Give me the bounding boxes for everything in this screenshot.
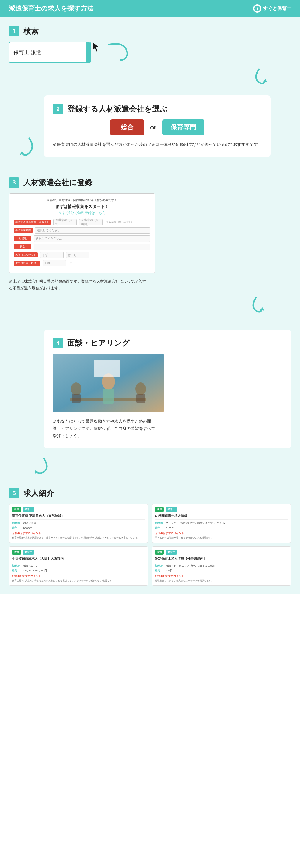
main-content: 1 検索 検索 xyxy=(0,17,300,594)
field-lname: はこじ xyxy=(66,252,89,258)
field-label-5: 名前（ふりがな） xyxy=(14,252,38,257)
field-birth-year: 1980 xyxy=(43,260,66,267)
step4-badge: 4 xyxy=(53,338,63,348)
interview-photo xyxy=(53,354,164,412)
svg-marker-2 xyxy=(93,42,99,52)
step1-header: 1 検索 xyxy=(9,26,291,36)
field-fname: まず xyxy=(40,252,64,258)
svg-marker-6 xyxy=(260,308,264,311)
logo-text: すぐと保育士 xyxy=(263,6,291,12)
step3-title: 人材派遣会社に登録 xyxy=(24,178,92,188)
form-row-1: 希望する仕事種別（複数可） 全職業種（全て） 全職業種（全期間） 登録業務/登録… xyxy=(14,219,150,225)
card3-tag1: 派遣 xyxy=(12,550,21,555)
card1-title: 認可保育所 正職員求人（東部地域） xyxy=(12,514,145,520)
btn-hoiku[interactable]: 保育専門 xyxy=(162,120,205,135)
step4-header: 4 面談・ヒアリング xyxy=(53,338,282,348)
card3-detail-2: 給与 130,000～140,000円 xyxy=(12,569,145,572)
logo-icon: す xyxy=(253,4,261,12)
card4-title: 認定保育士求人情報【神奈川県内】 xyxy=(155,556,288,562)
card4-tag1: 派遣 xyxy=(155,550,164,555)
swirl-arrow-right xyxy=(106,41,132,63)
svg-rect-14 xyxy=(136,394,145,403)
form-fields: 希望する仕事種別（複数可） 全職業種（全て） 全職業種（全期間） 登録業務/登録… xyxy=(14,219,150,267)
step2-note: ※保育専門の人材派遣会社を選んだ方が困った時のフォロー体制や研修制度などが整って… xyxy=(53,141,262,148)
step3-note: ※上記は株式会社明日香の登録画面です。登録する人材派遣会社によって記入する項目が… xyxy=(9,278,149,292)
field-year-unit: ▼ xyxy=(70,262,72,265)
card2-point: お仕事おすすめポイント 子どもたちの笑顔が見られるやりがいのある職場です。 xyxy=(155,531,288,540)
card1-tag2: 保育士 xyxy=(23,507,34,512)
svg-marker-3 xyxy=(119,59,123,62)
card4-tag2: 保育士 xyxy=(166,550,177,555)
field-input-1b: 全職業種（全期間） xyxy=(79,219,102,225)
card1-detail-2: 給与 23000円 xyxy=(12,526,145,530)
card3-title: 小規模保育所求人【大阪】大阪市内 xyxy=(12,556,145,562)
card4-header: 派遣 保育士 xyxy=(155,550,288,555)
step5-title: 求人紹介 xyxy=(24,488,54,498)
card3-point: お仕事おすすめポイント 保育士歴2年以上で。子どもたちが笑顔になれる環境です。ア… xyxy=(12,574,145,583)
form-sub-title: 今すぐ1分で無料登録はこちら xyxy=(14,211,150,216)
step4-section: 4 面談・ヒアリング xyxy=(44,330,291,448)
card4-point: お仕事おすすめポイント 経験豊富なスタッフが充実したサポートを提供します。 xyxy=(155,574,288,583)
step4-card: 4 面談・ヒアリング xyxy=(44,330,291,448)
btn-sogo[interactable]: 総合 xyxy=(110,120,144,135)
field-note-1: 登録業務/登録人材登記 xyxy=(106,220,133,224)
form-screenshot: 京都館、東海地域・関西地域の登録人材が必要です！ まずは情報収集をスタート！ 今… xyxy=(9,193,155,273)
card3-tag2: 保育士 xyxy=(23,550,34,555)
job-card-4: 派遣 保育士 認定保育士求人情報【神奈川県内】 勤務地 東部（44：東エリア以外… xyxy=(152,547,291,586)
form-row-5: 名前（ふりがな） まず はこじ xyxy=(14,252,150,258)
field-label-3: 勤務地 xyxy=(14,236,31,241)
step2-section: 2 登録する人材派遣会社を選ぶ 総合 or 保育専門 ※保育専門の人材派遣会社を… xyxy=(44,95,271,157)
page-header: 派遣保育士の求人を探す方法 す すぐと保育士 xyxy=(0,0,300,17)
svg-point-13 xyxy=(136,382,146,395)
step1-section: 1 検索 検索 xyxy=(0,17,300,69)
form-top-note: 京都館、東海地域・関西地域の登録人材が必要です！ xyxy=(14,198,150,203)
step4-title: 面談・ヒアリング xyxy=(67,338,130,348)
field-input-3: 選択してください... xyxy=(34,236,150,242)
form-row-3: 勤務地 選択してください... xyxy=(14,236,150,242)
site-logo: す すぐと保育士 xyxy=(253,4,291,12)
svg-marker-4 xyxy=(263,79,267,82)
step2-header: 2 登録する人材派遣会社を選ぶ xyxy=(53,104,262,114)
job-card-1: 派遣 保育士 認可保育所 正職員求人（東部地域） 勤務地 東部（19-30） 給… xyxy=(9,504,148,543)
job-card-2: 派遣 保育士 幼稚園保育士求人情報 勤務地 クリック・上場の保育士で活躍できます… xyxy=(152,504,291,543)
btn-or-label: or xyxy=(150,124,156,131)
card4-detail-1: 勤務地 東部（44：東エリア以外の採用）1つ増加 xyxy=(155,564,288,568)
card3-detail-1: 勤務地 東部（11-40） xyxy=(12,564,145,568)
job-card-3: 派遣 保育士 小規模保育所求人【大阪】大阪市内 勤務地 東部（11-40） 給与… xyxy=(9,547,148,586)
card2-header: 派遣 保育士 xyxy=(155,507,288,512)
step4-note: ※あなたにとって最適な働き方や求人を探すための面談・ヒアリングです。遠慮せず、ご… xyxy=(53,417,158,440)
step1-title: 検索 xyxy=(24,26,39,36)
card2-detail-2: 給与 ¥3,000 xyxy=(155,526,288,530)
step3-badge: 3 xyxy=(9,178,19,188)
field-input-1a: 全職業種（全て） xyxy=(53,219,77,225)
arrow-4-5 xyxy=(0,456,300,479)
step2-title: 登録する人材派遣会社を選ぶ xyxy=(67,104,168,114)
step2-wrapper: 2 登録する人材派遣会社を選ぶ 総合 or 保育専門 ※保育専門の人材派遣会社を… xyxy=(0,90,300,166)
field-label-2: 希望就業時間 xyxy=(14,228,32,233)
search-input[interactable] xyxy=(9,42,86,62)
search-button[interactable]: 検索 xyxy=(86,42,91,62)
page-title: 派遣保育士の求人を探す方法 xyxy=(9,4,93,13)
card4-detail-2: 給与 138円 xyxy=(155,569,288,572)
card1-header: 派遣 保育士 xyxy=(12,507,145,512)
step4-wrapper: 4 面談・ヒアリング xyxy=(0,324,300,455)
field-input-4 xyxy=(34,244,150,250)
svg-rect-10 xyxy=(102,389,114,404)
step5-section: 5 求人紹介 派遣 保育士 認可保育所 正職員求人（東部地域） 勤務地 東部（1… xyxy=(0,479,300,594)
swirl-arrow-left-2 xyxy=(12,135,35,163)
card2-tag2: 保育士 xyxy=(166,507,177,512)
form-row-4: 氏名 xyxy=(14,244,150,250)
field-input-2: 選択してください... xyxy=(35,227,150,234)
card3-header: 派遣 保育士 xyxy=(12,550,145,555)
job-cards-grid: 派遣 保育士 認可保育所 正職員求人（東部地域） 勤務地 東部（19-30） 給… xyxy=(9,504,291,586)
arrow-1-2 xyxy=(0,66,300,90)
step3-section: 3 人材派遣会社に登録 京都館、東海地域・関西地域の登録人材が必要です！ まずは… xyxy=(0,166,300,324)
card1-detail-1: 勤務地 東部（19-30） xyxy=(12,521,145,525)
search-area: 検索 xyxy=(9,41,291,63)
svg-rect-12 xyxy=(72,394,81,403)
step1-badge: 1 xyxy=(9,26,19,36)
card1-tag1: 派遣 xyxy=(12,507,21,512)
card1-point: お仕事おすすめポイント 保育士歴3年以上で活躍できる、職員がアットホームな環境で… xyxy=(12,531,145,540)
svg-point-11 xyxy=(71,382,82,395)
form-row-6: 生まれた年（西暦） 1980 ▼ xyxy=(14,260,150,267)
